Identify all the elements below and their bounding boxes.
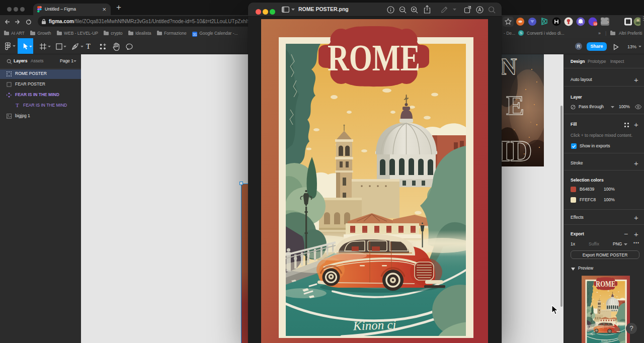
svg-text:ROME: ROME bbox=[328, 37, 420, 78]
svg-text:ID: ID bbox=[502, 134, 532, 166]
svg-text:Kinon ci: Kinon ci bbox=[353, 318, 396, 333]
svg-text:N: N bbox=[502, 54, 517, 79]
svg-text:E: E bbox=[506, 91, 524, 121]
svg-text:18: 18 bbox=[593, 22, 597, 26]
